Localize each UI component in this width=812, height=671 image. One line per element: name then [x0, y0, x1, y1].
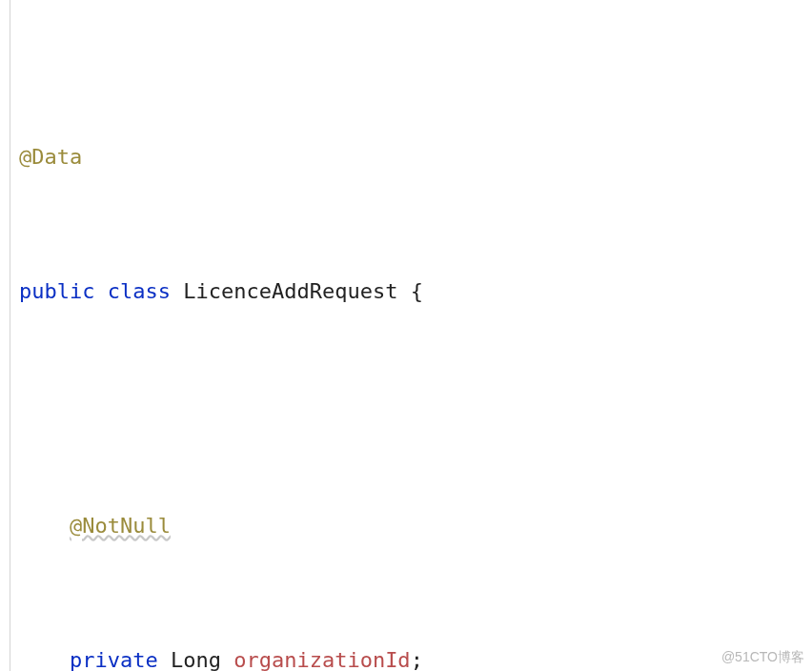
code-block: @Data public class LicenceAddRequest { @… [0, 0, 812, 671]
semicolon: ; [411, 648, 423, 671]
code-line: @NotNull [4, 509, 812, 542]
code-line: public class LicenceAddRequest { [4, 274, 812, 308]
field-organizationid: organizationId [233, 648, 410, 671]
keyword-public: public [19, 279, 94, 303]
class-name: LicenceAddRequest [183, 279, 397, 303]
brace-open: { [397, 279, 423, 303]
gutter-line [10, 0, 10, 671]
code-line: private Long organizationId; [4, 643, 812, 671]
indent [19, 648, 70, 671]
indent [19, 514, 70, 538]
type-long: Long [171, 648, 221, 671]
watermark-text: @51CTO博客 [721, 646, 804, 667]
code-line: @Data [4, 140, 812, 173]
keyword-private: private [70, 648, 158, 671]
keyword-class: class [108, 279, 171, 303]
annotation-data: @Data [19, 145, 82, 169]
annotation-notnull: @NotNull [70, 514, 171, 538]
